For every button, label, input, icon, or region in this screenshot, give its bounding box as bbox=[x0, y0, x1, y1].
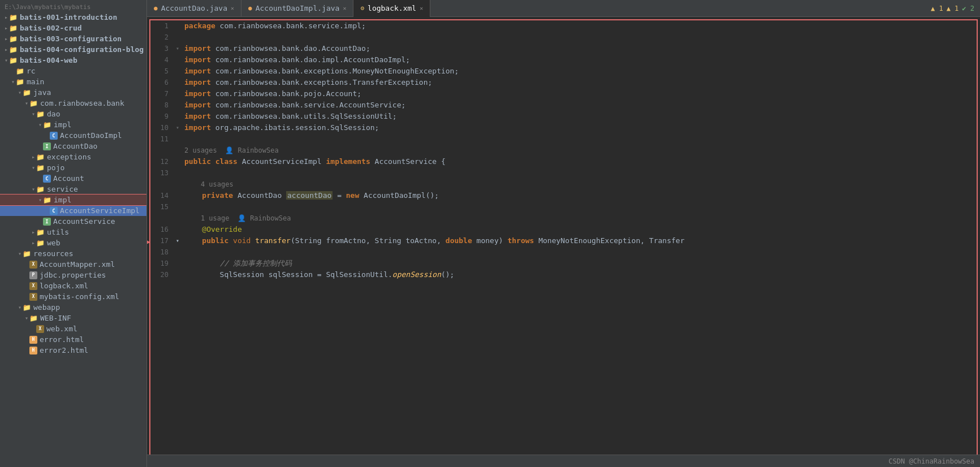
folder-icon: 📁 bbox=[23, 89, 31, 97]
code-line: 5 import com.rianbowsea.bank.exceptions.… bbox=[150, 66, 977, 77]
sidebar-item-webxml[interactable]: ▸ X web.xml bbox=[0, 323, 146, 334]
code-line: 1 package com.rianbowsea.bank.service.im… bbox=[150, 20, 977, 32]
sidebar-item-logback[interactable]: ▸ X logback.xml bbox=[0, 280, 146, 291]
sidebar-item-accountdao[interactable]: ▸ I AccountDao bbox=[0, 141, 146, 152]
arrow-icon: ▸ bbox=[5, 36, 8, 42]
code-editor[interactable]: 1 package com.rianbowsea.bank.service.im… bbox=[147, 17, 980, 455]
sidebar-item-accountserviceimpl[interactable]: ▸ C AccountServiceImpl bbox=[0, 205, 146, 216]
props-file-icon: P bbox=[29, 271, 37, 279]
sidebar-item-label: logback.xml bbox=[40, 282, 88, 290]
sidebar-item-java[interactable]: ▾ 📁 java bbox=[0, 87, 146, 98]
line-marker: ▾ bbox=[173, 235, 182, 247]
folder-icon: 📁 bbox=[16, 78, 24, 86]
line-number: 14 bbox=[150, 190, 173, 201]
tab-close-button[interactable]: ✕ bbox=[343, 5, 346, 11]
sidebar-item-label: mybatis-config.xml bbox=[40, 292, 119, 301]
line-content: import com.rianbowsea.bank.exceptions.Tr… bbox=[182, 77, 977, 88]
sidebar-item-error2-html[interactable]: ▸ H error2.html bbox=[0, 345, 146, 356]
sidebar-item-accountmapper[interactable]: ▸ X AccountMapper.xml bbox=[0, 259, 146, 270]
sidebar-item-service-impl[interactable]: ▾ 📁 impl bbox=[0, 194, 146, 205]
sidebar-item-resources[interactable]: ▾ 📁 resources bbox=[0, 248, 146, 259]
sidebar-item-label: error2.html bbox=[40, 346, 88, 354]
folder-icon: 📁 bbox=[43, 196, 51, 204]
sidebar-item-003[interactable]: ▸ 📁 batis-003-configuration bbox=[0, 33, 146, 44]
tab-close-button[interactable]: ✕ bbox=[420, 5, 423, 11]
folder-icon: 📁 bbox=[23, 250, 31, 258]
fold-marker[interactable]: ▾ bbox=[176, 235, 179, 247]
i-file-icon: I bbox=[43, 142, 51, 150]
sidebar-item-001[interactable]: ▸ 📁 batis-001-introduction bbox=[0, 12, 146, 23]
c-file-icon: C bbox=[50, 132, 58, 140]
sidebar-item-webapp[interactable]: ▾ 📁 webapp bbox=[0, 302, 146, 313]
line-number: 13 bbox=[150, 167, 173, 179]
arrow-icon: ▾ bbox=[18, 304, 21, 310]
sidebar-item-accountdaoimpl[interactable]: ▸ C AccountDaoImpl bbox=[0, 130, 146, 141]
sidebar-item-error-html[interactable]: ▸ H error.html bbox=[0, 334, 146, 345]
line-content: import com.rianbowsea.bank.dao.impl.Acco… bbox=[182, 54, 977, 66]
xml-file-icon: X bbox=[29, 293, 37, 301]
line-number: 1 bbox=[150, 20, 173, 32]
sidebar: E:\Java\mybatis\mybatis ▸ 📁 batis-001-in… bbox=[0, 0, 147, 467]
line-content: import org.apache.ibatis.session.SqlSess… bbox=[182, 122, 977, 133]
xml-file-icon: X bbox=[29, 282, 37, 290]
sidebar-item-pojo[interactable]: ▾ 📁 pojo bbox=[0, 162, 146, 173]
sidebar-item-rc[interactable]: ▸ 📁 rc bbox=[0, 66, 146, 76]
line-content: public class AccountServiceImpl implemen… bbox=[182, 156, 977, 167]
line-number: 2 bbox=[150, 32, 173, 43]
sidebar-item-dao[interactable]: ▾ 📁 dao bbox=[0, 109, 146, 119]
line-content bbox=[182, 32, 977, 43]
arrow-icon: ▾ bbox=[38, 197, 42, 203]
tab-logback[interactable]: ⚙ logback.xml ✕ bbox=[353, 0, 430, 17]
code-line: 10 ▾ import org.apache.ibatis.session.Sq… bbox=[150, 122, 977, 133]
sidebar-item-label: error.html bbox=[40, 335, 84, 344]
sidebar-item-label: batis-004-web bbox=[20, 56, 77, 64]
sidebar-item-label: WEB-INF bbox=[40, 314, 71, 322]
root-path-label: E:\Java\mybatis\mybatis bbox=[5, 3, 90, 11]
sidebar-item-label: java bbox=[33, 88, 51, 97]
sidebar-item-account[interactable]: ▸ C Account bbox=[0, 173, 146, 184]
sidebar-item-004-web[interactable]: ▾ 📁 batis-004-web bbox=[0, 55, 146, 66]
usages-hint-line: 2 usages 👤 RainbowSea bbox=[150, 145, 977, 156]
main-content: ● AccountDao.java ✕ ● AccountDaoImpl.jav… bbox=[147, 0, 980, 467]
sidebar-item-label: webapp bbox=[33, 303, 60, 312]
usages-text: 2 usages 👤 RainbowSea bbox=[182, 145, 977, 156]
folder-icon: 📁 bbox=[43, 121, 51, 129]
sidebar-item-label: AccountMapper.xml bbox=[40, 260, 115, 269]
sidebar-item-mybatis-config[interactable]: ▸ X mybatis-config.xml bbox=[0, 291, 146, 302]
code-line: 4 import com.rianbowsea.bank.dao.impl.Ac… bbox=[150, 54, 977, 66]
status-bar: CSDN @ChinaRainbowSea bbox=[147, 455, 980, 467]
line-content: // 添加事务控制代码 bbox=[182, 258, 977, 269]
sidebar-item-bank[interactable]: ▾ 📁 com.rianbowsea.bank bbox=[0, 98, 146, 109]
usages-text: 4 usages bbox=[182, 179, 977, 190]
sidebar-item-004-blog[interactable]: ▸ 📁 batis-004-configuration-blog bbox=[0, 44, 146, 55]
sidebar-item-accountservice[interactable]: ▸ I AccountService bbox=[0, 216, 146, 227]
sidebar-item-web[interactable]: ▸ 📁 web bbox=[0, 237, 146, 248]
folder-icon: 📁 bbox=[9, 14, 18, 21]
code-line: 18 bbox=[150, 247, 977, 258]
folder-icon: 📁 bbox=[36, 153, 45, 161]
line-content: private AccountDao accountDao = new Acco… bbox=[182, 190, 977, 201]
sidebar-item-jdbc-props[interactable]: ▸ P jdbc.properties bbox=[0, 270, 146, 280]
sidebar-item-label: pojo bbox=[47, 163, 64, 172]
line-number: 12 bbox=[150, 156, 173, 167]
line-number: 19 bbox=[150, 258, 173, 269]
code-line: 19 // 添加事务控制代码 bbox=[150, 258, 977, 269]
sidebar-item-utils[interactable]: ▸ 📁 utils bbox=[0, 227, 146, 237]
line-content: import com.rianbowsea.bank.utils.SqlSess… bbox=[182, 111, 977, 122]
sidebar-item-002[interactable]: ▸ 📁 batis-002-crud bbox=[0, 23, 146, 33]
tab-close-button[interactable]: ✕ bbox=[231, 5, 234, 11]
sidebar-item-webinf[interactable]: ▾ 📁 WEB-INF bbox=[0, 313, 146, 323]
arrow-icon: ▾ bbox=[25, 100, 28, 106]
sidebar-item-service[interactable]: ▾ 📁 service bbox=[0, 184, 146, 194]
code-line: 6 import com.rianbowsea.bank.exceptions.… bbox=[150, 77, 977, 88]
usages-hint-line: 4 usages bbox=[150, 179, 977, 190]
sidebar-item-label: service bbox=[47, 185, 78, 193]
sidebar-item-exceptions[interactable]: ▸ 📁 exceptions bbox=[0, 152, 146, 162]
sidebar-item-main[interactable]: ▾ 📁 main bbox=[0, 76, 146, 87]
tab-accountdaoimpl[interactable]: ● AccountDaoImpl.java ✕ bbox=[241, 0, 353, 17]
sidebar-item-label: rc bbox=[27, 67, 36, 75]
sidebar-item-dao-impl[interactable]: ▾ 📁 impl bbox=[0, 119, 146, 130]
line-marker: ▾ bbox=[173, 43, 182, 54]
line-number: 18 bbox=[150, 247, 173, 258]
tab-accountdao[interactable]: ● AccountDao.java ✕ bbox=[147, 0, 241, 17]
